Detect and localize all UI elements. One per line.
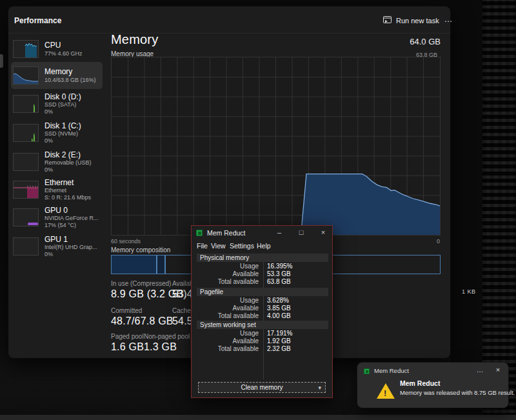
row-value: 17.191% [267,330,292,337]
clean-memory-dropdown-icon[interactable]: ▾ [318,383,321,393]
clean-memory-button[interactable]: Clean memory ▾ [198,382,326,393]
mem-reduct-app-icon [196,230,203,236]
time-axis-right-label: 0 [437,238,440,245]
row-value: 2.32 GB [267,345,291,352]
memory-total-capacity: 64.0 GB [410,37,441,46]
sidebar-item-gpu0[interactable]: GPU 0NVIDIA GeForce R...17% (54 °C) [11,204,103,231]
notification-toast[interactable]: Mem Reduct … × ! Mem Reduct Memory was r… [357,363,508,408]
section-pagefile: Pagefile [197,288,328,296]
taskbar-edge [0,415,516,420]
desktop-file-size-label: 1 KB [462,288,476,295]
ethernet-graph-thumbnail [13,181,39,199]
mem-reduct-window: Mem Reduct – □ × File View Settings Help… [191,225,333,398]
row-label: Available [197,337,259,345]
composition-in-use-segment [112,255,157,274]
warning-exclamation: ! [384,388,386,398]
disk1-graph-thumbnail [13,124,39,142]
run-new-task-button[interactable]: Run new task [378,13,444,28]
sidebar-item-ethernet[interactable]: EthernetEthernetS: 0 R: 21.6 Mbps [11,176,103,203]
sidebar-item-label: Ethernet [45,178,91,187]
row-label: Total available [197,278,259,285]
more-options-button[interactable]: … [441,13,456,28]
paged-pool-label: Paged pool [111,333,144,340]
task-manager-header: Performance Run new task … [8,6,450,34]
close-button[interactable]: × [318,228,328,238]
disk0-graph-thumbnail [13,95,39,113]
toast-app-icon [364,368,370,374]
desktop-background-strip [450,0,482,420]
desktop: 1 KB Performance Run new task … CPU77% 4… [0,0,516,420]
row-value: 63.8 GB [267,278,291,285]
toast-message: Memory was released with 8.75 GB result. [400,389,515,396]
clean-memory-label: Clean memory [241,384,283,391]
section-system-working-set: System working set [197,321,328,329]
menu-view[interactable]: View [211,242,226,250]
mem-reduct-titlebar[interactable]: Mem Reduct [192,226,332,240]
row-label: Usage [197,330,259,337]
run-new-task-icon [383,16,392,25]
sidebar-item-label: CPU [45,41,83,50]
page-title: Performance [14,16,61,25]
sidebar-item-memory[interactable]: Memory10.4/63.8 GB (16%) [11,62,103,89]
in-use-label: In use (Compressed) [111,280,171,287]
memory-heading: Memory [111,32,158,47]
sidebar-item-disk0[interactable]: Disk 0 (D:)SSD (SATA)0% [11,90,103,117]
mem-reduct-menubar: File View Settings Help [192,240,332,253]
nonpaged-pool-value: 1.3 GB [144,341,177,353]
row-value: 16.395% [267,263,292,270]
sidebar-item-label: Disk 1 (C:) [45,121,81,130]
menu-help[interactable]: Help [257,242,271,250]
menu-settings[interactable]: Settings [230,242,254,250]
row-value: 4.00 GB [267,312,291,319]
toast-close-button[interactable]: × [491,365,504,375]
run-new-task-label: Run new task [396,17,439,25]
cpu-graph-thumbnail [13,40,39,58]
available-value: 53.4 [172,288,193,300]
committed-value: 48.7/67.8 GB [111,315,174,327]
nonpaged-pool-label: Non-paged pool [144,333,190,340]
minimize-button[interactable]: – [274,228,284,238]
row-label: Usage [197,297,259,304]
paged-pool-value: 1.6 GB [111,341,144,353]
sidebar-item-label: Disk 2 (E:) [45,150,92,159]
memory-graph-thumbnail [13,66,39,85]
desktop-background-noise [482,0,516,420]
row-label: Total available [197,345,259,352]
sidebar-item-label: Memory [45,67,96,76]
sidebar-item-disk1[interactable]: Disk 1 (C:)SSD (NVMe)0% [11,119,103,146]
committed-label: Committed [111,307,142,314]
menu-file[interactable]: File [197,242,208,250]
row-value: 3.85 GB [267,305,291,312]
gpu0-graph-thumbnail [13,208,39,226]
sidebar-item-cpu[interactable]: CPU77% 4.60 GHz [11,35,103,63]
time-axis-left-label: 60 seconds [111,238,141,245]
column-divider [263,253,264,379]
toast-title: Mem Reduct [400,379,440,387]
sidebar-item-disk2[interactable]: Disk 2 (E:)Removable (USB)0% [11,148,103,175]
gpu1-graph-thumbnail [13,237,39,255]
sidebar-item-label: GPU 0 [45,206,99,215]
row-value: 53.3 GB [267,270,291,277]
sidebar-item-label: GPU 1 [45,235,97,244]
row-value: 3.628% [267,297,289,304]
composition-modified-segment [157,255,166,274]
sidebar-item-label: Disk 0 (D:) [45,92,81,101]
row-value: 1.92 GB [267,337,291,345]
row-label: Usage [197,263,259,270]
row-label: Available [197,270,259,277]
left-edge-handle [0,54,3,68]
row-label: Total available [197,312,259,319]
section-physical-memory: Physical memory [197,254,328,262]
sidebar-item-gpu1[interactable]: GPU 1Intel(R) UHD Grap...0% [11,233,103,260]
disk2-graph-thumbnail [13,153,39,171]
toast-more-button[interactable]: … [473,365,486,375]
toast-app-name: Mem Reduct [374,367,409,374]
mem-reduct-title: Mem Reduct [207,229,246,237]
maximize-button[interactable]: □ [296,228,306,238]
memory-composition-label: Memory composition [111,246,170,254]
memory-usage-chart [111,57,441,235]
row-label: Available [197,305,259,312]
